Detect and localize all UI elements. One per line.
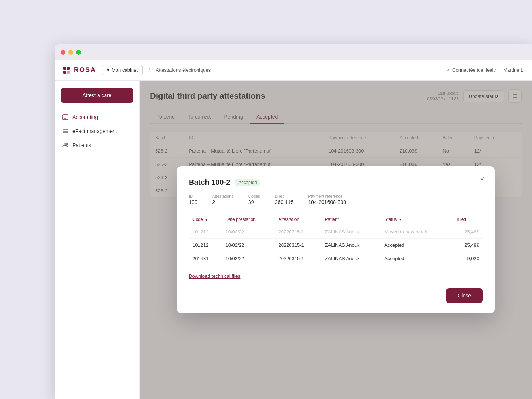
efact-icon <box>62 128 69 134</box>
status-sort-arrow-icon: ▾ <box>399 218 401 222</box>
top-nav: ROSA ▾ Mon cabinet / Attestations électr… <box>55 60 532 81</box>
meta-attestations-label: Attestations <box>212 194 233 198</box>
meta-payment-ref-label: Payment reference <box>308 194 346 198</box>
modal-table-row-grayed: 101212 10/02/22 20220315-1 ZALINAS Anouk… <box>189 225 483 239</box>
modal-col-patient: Patient <box>321 214 381 225</box>
sidebar: Attest a care Accounting <box>55 81 140 399</box>
svg-point-12 <box>66 143 68 145</box>
nav-right: ✓ Connectée à eHealth Martine L. <box>446 67 525 73</box>
user-name: Martine L. <box>503 67 525 73</box>
modal-col-date: Date prestation <box>222 214 274 225</box>
meta-codes-label: Codes <box>248 194 260 198</box>
modal-footer: Close <box>189 288 483 303</box>
modal-meta: ID 100 Attestations 2 Codes 39 Billed <box>189 194 483 205</box>
svg-rect-1 <box>67 67 70 70</box>
logo-icon <box>62 66 71 75</box>
modal-cell-date: 10/02/22 <box>222 225 274 239</box>
check-icon: ✓ <box>446 67 450 73</box>
browser-window: ROSA ▾ Mon cabinet / Attestations électr… <box>55 44 532 399</box>
modal-cell-billed: 9,02€ <box>452 252 483 265</box>
sidebar-item-accounting[interactable]: Accounting <box>55 110 139 124</box>
sort-arrow-icon: ▾ <box>205 218 207 222</box>
meta-codes-value: 39 <box>248 199 260 205</box>
meta-id: ID 100 <box>189 194 197 205</box>
svg-rect-2 <box>63 71 66 74</box>
modal-table-row: 261431 10/02/22 20220315-1 ZALINAS Anouk… <box>189 252 483 265</box>
sidebar-item-accounting-label: Accounting <box>72 114 98 120</box>
modal-cell-billed: 25,48€ <box>452 225 483 239</box>
meta-codes: Codes 39 <box>248 194 260 205</box>
modal-header: Batch 100-2 Accepted <box>189 178 483 187</box>
modal-cell-status: Accepted <box>381 252 451 265</box>
meta-attestations: Attestations 2 <box>212 194 233 205</box>
cabinet-label: Mon cabinet <box>112 67 138 73</box>
svg-rect-0 <box>63 67 66 70</box>
meta-id-label: ID <box>189 194 197 198</box>
accounting-icon <box>62 114 69 120</box>
modal-cell-patient: ZALINAS Anouk <box>321 239 381 252</box>
modal-close-button[interactable]: × <box>477 174 487 184</box>
meta-billed: Billed 260,11€ <box>275 194 294 205</box>
breadcrumb-separator: / <box>149 67 150 73</box>
modal-col-billed: Billed <box>452 214 483 225</box>
cabinet-button[interactable]: ▾ Mon cabinet <box>102 65 143 75</box>
traffic-light-green[interactable] <box>76 50 81 55</box>
modal-cell-status: Moved to new batch <box>381 225 451 239</box>
modal-overlay[interactable]: Batch 100-2 Accepted × ID 100 Attestatio… <box>140 81 532 399</box>
modal-cell-code: 261431 <box>189 252 222 265</box>
sidebar-item-patients-label: Patients <box>72 142 91 148</box>
main-content: Digital third party attestations Last up… <box>140 81 532 399</box>
sidebar-item-efact-label: eFact management <box>72 128 117 134</box>
modal-col-code[interactable]: Code ▾ <box>189 214 222 225</box>
modal-cell-attestation: 20220315-1 <box>274 239 321 252</box>
modal-cell-code: 101212 <box>189 225 222 239</box>
modal-cell-date: 10/02/22 <box>222 252 274 265</box>
modal-col-status[interactable]: Status ▾ <box>381 214 451 225</box>
traffic-light-red[interactable] <box>61 50 65 55</box>
connected-badge: ✓ Connectée à eHealth <box>446 67 497 73</box>
connected-label: Connectée à eHealth <box>452 67 497 73</box>
modal-close-footer-button[interactable]: Close <box>446 288 483 303</box>
modal-cell-code: 101212 <box>189 239 222 252</box>
modal-cell-attestation: 20220315-1 <box>274 225 321 239</box>
logo-text: ROSA <box>74 66 96 74</box>
modal-table: Code ▾ Date prestation Attestation <box>189 214 483 265</box>
patients-icon <box>62 142 69 149</box>
main-layout: Attest a care Accounting <box>55 81 532 399</box>
breadcrumb: Attestations électroniques <box>156 67 211 73</box>
svg-rect-3 <box>67 71 70 74</box>
modal-col-attestation: Attestation <box>274 214 321 225</box>
chevron-down-icon: ▾ <box>107 67 109 73</box>
modal-cell-status: Accepted <box>381 239 451 252</box>
modal-table-row: 101212 10/02/22 20220315-1 ZALINAS Anouk… <box>189 239 483 252</box>
svg-point-11 <box>64 143 66 145</box>
meta-payment-ref-value: 104-201608-300 <box>308 199 346 205</box>
logo: ROSA <box>62 66 96 75</box>
modal-dialog: Batch 100-2 Accepted × ID 100 Attestatio… <box>177 166 495 313</box>
modal-cell-patient: ZALINAS Anouk <box>321 252 381 265</box>
meta-id-value: 100 <box>189 199 197 205</box>
modal-title: Batch 100-2 <box>189 178 230 187</box>
meta-billed-value: 260,11€ <box>275 199 294 205</box>
modal-cell-date: 10/02/22 <box>222 239 274 252</box>
attest-care-button[interactable]: Attest a care <box>61 88 133 103</box>
modal-cell-billed: 25,48€ <box>452 239 483 252</box>
traffic-light-yellow[interactable] <box>68 50 73 55</box>
meta-payment-ref: Payment reference 104-201608-300 <box>308 194 346 205</box>
modal-cell-attestation: 20220315-1 <box>274 252 321 265</box>
sidebar-item-patients[interactable]: Patients <box>55 138 139 152</box>
meta-attestations-value: 2 <box>212 199 233 205</box>
meta-billed-label: Billed <box>275 194 294 198</box>
status-badge: Accepted <box>235 179 260 186</box>
download-technical-files-button[interactable]: Download technical files <box>189 273 240 279</box>
browser-titlebar <box>55 44 532 60</box>
modal-cell-patient: ZALINAS Anouk <box>321 225 381 239</box>
sidebar-item-efact[interactable]: eFact management <box>55 124 139 138</box>
